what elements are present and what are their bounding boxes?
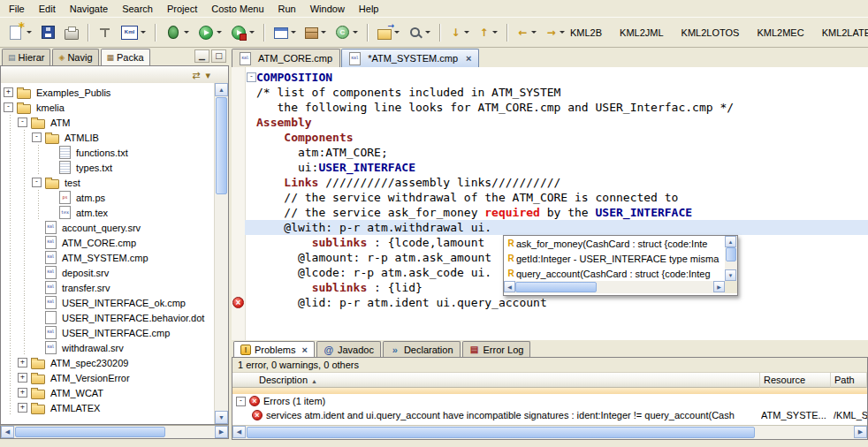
dropdown-arrow-icon[interactable]	[464, 31, 469, 34]
run-last-tool-button[interactable]	[227, 22, 258, 43]
tree-item-transfer-srv[interactable]: +Kmltransfer.srv	[1, 280, 215, 295]
kmelia-tool-button[interactable]: Kml	[118, 22, 149, 42]
link-with-editor-icon[interactable]: ⇄	[192, 69, 200, 81]
tree-item-atm-system-cmp[interactable]: +KmlATM_SYSTEM.cmp	[1, 250, 215, 265]
tree-item-functions-txt[interactable]: +functions.txt	[1, 145, 215, 160]
tab-packa[interactable]: ▦Packa	[101, 49, 150, 65]
tree-item-atm-versionerror[interactable]: +ATM_VersionError	[1, 370, 215, 385]
close-icon[interactable]: ×	[301, 345, 307, 355]
tree-expander[interactable]: -	[18, 117, 27, 127]
dropdown-arrow-icon[interactable]	[184, 31, 189, 34]
print-button[interactable]	[61, 23, 82, 42]
tab-error-log[interactable]: ▤Error Log	[462, 341, 531, 357]
editor-tab-atm-system-cmp[interactable]: Kml*ATM_SYSTEM.cmp×	[341, 49, 479, 67]
save-button[interactable]	[37, 22, 59, 42]
vertical-scrollbar[interactable]	[214, 83, 228, 424]
scroll-left-button[interactable]	[232, 426, 246, 438]
code-editor[interactable]: COMPOSITION/* list of components include…	[232, 67, 868, 340]
menu-item-navigate[interactable]: Navigate	[63, 2, 115, 16]
tree-item-atm-ps[interactable]: +psatm.ps	[1, 190, 215, 205]
tab-navig[interactable]: ◈Navig	[52, 49, 98, 65]
completion-item[interactable]: Rquery_account(CashCard : struct {code:I…	[504, 266, 725, 281]
costo-tool-button[interactable]	[95, 23, 116, 42]
toolbar-button-kml2latex[interactable]: KML2LATEX	[820, 25, 868, 41]
menu-item-help[interactable]: Help	[352, 2, 386, 16]
popup-horizontal-scrollbar[interactable]	[504, 281, 725, 293]
dropdown-arrow-icon[interactable]	[217, 31, 222, 34]
new-package-button[interactable]	[301, 23, 330, 42]
dropdown-arrow-icon[interactable]	[249, 31, 255, 34]
tree-item-atm-spec230209[interactable]: +ATM_spec230209	[1, 355, 215, 370]
scroll-down-button[interactable]	[215, 411, 228, 424]
dropdown-arrow-icon[interactable]	[27, 31, 32, 34]
dropdown-arrow-icon[interactable]	[425, 31, 430, 34]
tree-item-account-query-srv[interactable]: +Kmlaccount_query.srv	[1, 220, 215, 235]
tree-item-atm-wcat[interactable]: +ATM_WCAT	[1, 385, 215, 400]
scroll-down-button[interactable]	[725, 269, 736, 281]
tab-hierar[interactable]: ▤Hierar	[2, 49, 50, 65]
tree-expander[interactable]: -	[32, 178, 42, 187]
tree-expander[interactable]: +	[18, 388, 27, 398]
scroll-up-button[interactable]	[215, 83, 228, 96]
scrollbar-thumb[interactable]	[15, 427, 165, 437]
scroll-right-button[interactable]	[854, 426, 867, 438]
tree-expander[interactable]: +	[4, 87, 13, 97]
tree-expander[interactable]: +	[18, 358, 27, 367]
horizontal-scrollbar[interactable]	[232, 425, 867, 439]
tree-expander[interactable]: +	[18, 403, 27, 413]
tab-problems[interactable]: !Problems×	[233, 341, 315, 357]
menu-item-run[interactable]: Run	[271, 2, 303, 16]
tree-item-withdrawal-srv[interactable]: +Kmlwithdrawal.srv	[1, 340, 215, 355]
dropdown-arrow-icon[interactable]	[141, 31, 146, 34]
menu-item-search[interactable]: Search	[115, 2, 160, 16]
scroll-right-button[interactable]	[215, 426, 228, 438]
view-menu-icon[interactable]: ▾	[205, 69, 210, 81]
scrollbar-thumb[interactable]	[515, 282, 597, 292]
menu-item-costo-menu[interactable]: Costo Menu	[204, 2, 270, 16]
menu-item-window[interactable]: Window	[303, 2, 352, 16]
tree-item-test[interactable]: -test	[1, 175, 215, 190]
tree-item-atm-core-cmp[interactable]: +KmlATM_CORE.cmp	[1, 235, 215, 250]
toolbar-button-kml2lotos[interactable]: KML2LOTOS	[680, 25, 742, 41]
horizontal-scrollbar[interactable]	[0, 425, 229, 439]
tree-item-deposit-srv[interactable]: +Kmldeposit.srv	[1, 265, 215, 280]
tab-javadoc[interactable]: @Javadoc	[316, 341, 381, 357]
toolbar-button-kml2mec[interactable]: KML2MEC	[755, 25, 805, 41]
tree-item-kmelia[interactable]: -kmelia	[1, 100, 215, 115]
search-button[interactable]	[405, 23, 434, 42]
dropdown-arrow-icon[interactable]	[291, 31, 296, 34]
dropdown-arrow-icon[interactable]	[353, 31, 358, 34]
tree-expander[interactable]: -	[4, 102, 13, 112]
column-header-path[interactable]: Path	[831, 373, 867, 388]
dropdown-arrow-icon[interactable]	[321, 31, 326, 34]
tree-expander[interactable]: -	[236, 397, 246, 406]
debug-button[interactable]	[162, 22, 193, 42]
new-wizard-button[interactable]	[4, 22, 35, 43]
dropdown-arrow-icon[interactable]	[560, 31, 565, 34]
tree-expander[interactable]: -	[32, 133, 42, 142]
error-row[interactable]: services atm.ident and ui.query_account …	[232, 408, 867, 422]
run-button[interactable]	[194, 22, 225, 43]
tree-item-atm[interactable]: -ATM	[1, 115, 215, 130]
popup-vertical-scrollbar[interactable]	[725, 236, 737, 281]
tree-item-types-txt[interactable]: +types.txt	[1, 160, 215, 175]
tree-item-atm-tex[interactable]: +texatm.tex	[1, 205, 215, 220]
tree-item-atmlatex[interactable]: +ATMLATEX	[1, 400, 215, 415]
dropdown-arrow-icon[interactable]	[492, 31, 498, 34]
tree-item-atmlib[interactable]: -ATMLIB	[1, 130, 215, 145]
maximize-button[interactable]: □	[211, 49, 226, 63]
open-resource-button[interactable]	[374, 23, 403, 42]
scrollbar-thumb[interactable]	[726, 247, 736, 261]
completion-item[interactable]: RgetId:Integer - USER_INTERFACE type mis…	[504, 251, 725, 266]
tab-declaration[interactable]: »Declaration	[383, 341, 461, 357]
forward-button[interactable]: →	[542, 23, 568, 42]
dropdown-arrow-icon[interactable]	[394, 31, 400, 34]
scrollbar-thumb[interactable]	[216, 97, 227, 194]
scrollbar-thumb[interactable]	[247, 427, 755, 438]
code-area[interactable]: COMPOSITION/* list of components include…	[245, 67, 868, 340]
completion-item[interactable]: Rask_for_money(CashCard : struct {code:I…	[504, 236, 725, 251]
toolbar-button-kml2jml[interactable]: KML2JML	[618, 25, 666, 41]
new-class-button[interactable]: C	[331, 22, 362, 42]
dropdown-arrow-icon[interactable]	[531, 31, 537, 34]
menu-item-project[interactable]: Project	[160, 2, 204, 16]
